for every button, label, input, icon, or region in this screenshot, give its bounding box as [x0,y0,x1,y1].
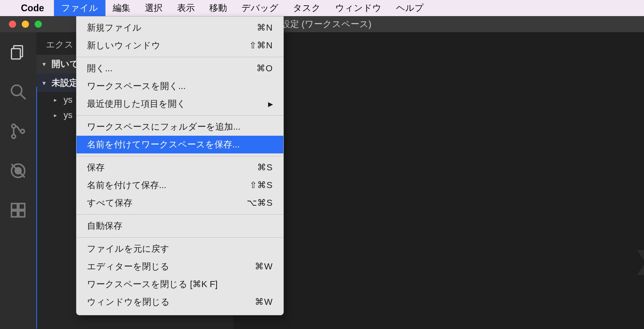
menu-item[interactable]: ワークスペースを開く... [76,77,283,95]
menu-selection[interactable]: 選択 [138,0,170,16]
svg-rect-1 [12,49,21,59]
menu-item-label: ウィンドウを閉じる [87,296,170,308]
menu-view[interactable]: 表示 [170,0,202,16]
svg-rect-13 [19,211,25,217]
watermark-chevron-icon: › [635,238,640,277]
menu-help[interactable]: ヘルプ [389,0,431,16]
menu-item-shortcut: ⌘W [255,297,273,307]
selection-indicator [36,87,37,329]
svg-point-6 [21,129,24,133]
mac-menubar: Code ファイル 編集 選択 表示 移動 デバッグ タスク ウィンドウ ヘルプ [0,0,644,16]
menu-item-shortcut: ⌥⌘S [247,198,273,208]
menu-item-label: 名前を付けて保存... [87,179,166,191]
menu-item[interactable]: エディターを閉じる⌘W [76,258,283,275]
tree-item-label: ys [64,95,72,105]
menu-item-label: すべて保存 [87,197,132,209]
svg-rect-10 [12,204,18,210]
menu-item[interactable]: 最近使用した項目を開く▶ [76,95,283,113]
menu-item[interactable]: 開く...⌘O [76,60,283,77]
close-window-button[interactable] [9,21,16,28]
chevron-down-icon: ▾ [43,61,48,67]
menu-tasks[interactable]: タスク [286,0,328,16]
menu-item-label: 最近使用した項目を開く [87,98,186,110]
menu-item[interactable]: すべて保存⌥⌘S [76,194,283,212]
minimize-window-button[interactable] [22,21,29,28]
menu-item[interactable]: ワークスペースにフォルダーを追加... [76,118,283,136]
menu-item-label: 新しいウィンドウ [87,39,161,52]
svg-point-4 [12,124,15,128]
menu-item-label: ワークスペースにフォルダーを追加... [87,121,240,133]
submenu-arrow-icon: ▶ [268,100,273,108]
menu-item-shortcut: ⌘W [255,261,273,272]
menu-item-label: 保存 [87,161,105,174]
file-menu-dropdown: 新規ファイル⌘N新しいウィンドウ⇧⌘N開く...⌘Oワークスペースを開く...最… [76,16,284,315]
menu-item-shortcut: ⇧⌘S [250,180,273,190]
menu-item-label: ファイルを元に戻す [87,243,169,255]
menu-separator [76,214,283,215]
menu-item-label: 開く... [87,62,112,74]
menu-window[interactable]: ウィンドウ [328,0,389,16]
menu-go[interactable]: 移動 [202,0,234,16]
menu-debug[interactable]: デバッグ [234,0,286,16]
search-icon[interactable] [9,83,27,102]
svg-point-5 [12,134,15,138]
section-label: 未設定 [52,77,78,89]
editor-area: › [233,32,644,329]
activity-bar [0,32,36,329]
window-controls [0,21,42,28]
window-title: 未設定 (ワークスペース) [272,18,372,30]
menu-item-shortcut: ⌘S [257,162,273,173]
chevron-down-icon: ▾ [43,80,48,86]
menu-item-label: ワークスペースを閉じる [⌘K F] [87,278,218,290]
menu-file[interactable]: ファイル [54,0,105,16]
menu-separator [76,156,283,156]
svg-line-3 [21,94,26,99]
explorer-icon[interactable] [9,43,27,63]
menu-separator [76,237,283,238]
extensions-icon[interactable] [9,201,27,221]
section-label: 開いて [52,58,79,70]
menu-item-shortcut: ⌘O [256,63,273,74]
menu-item[interactable]: 新しいウィンドウ⇧⌘N [76,37,283,54]
menu-edit[interactable]: 編集 [105,0,138,16]
menu-item-label: 新規ファイル [87,22,142,34]
menu-item-label: エディターを閉じる [87,261,169,273]
menu-item-label: 自動保存 [87,220,122,232]
svg-rect-12 [19,204,25,210]
menu-separator [76,57,283,57]
menu-item[interactable]: 新規ファイル⌘N [76,19,283,37]
menu-item[interactable]: 名前を付けてワークスペースを保存... [76,136,283,153]
scm-icon[interactable] [9,122,27,142]
menu-item[interactable]: 名前を付けて保存...⇧⌘S [76,176,283,194]
debug-icon[interactable] [9,162,27,181]
menu-item[interactable]: 保存⌘S [76,159,283,176]
svg-rect-11 [12,211,18,217]
menu-item-label: ワークスペースを開く... [87,80,186,92]
svg-point-2 [12,85,22,96]
menu-item[interactable]: ファイルを元に戻す [76,240,283,258]
tree-item-label: ys [64,110,72,120]
chevron-right-icon: ▸ [54,97,60,103]
menu-item[interactable]: ウィンドウを閉じる⌘W [76,293,283,311]
chevron-right-icon: ▸ [54,112,60,118]
app-name[interactable]: Code [21,3,44,14]
menu-item-label: 名前を付けてワークスペースを保存... [87,139,239,151]
menu-item-shortcut: ⇧⌘N [249,40,273,51]
menu-item-shortcut: ⌘N [257,23,273,33]
menu-separator [76,115,283,116]
zoom-window-button[interactable] [35,21,42,28]
menu-item[interactable]: 自動保存 [76,217,283,235]
menu-item[interactable]: ワークスペースを閉じる [⌘K F] [76,275,283,293]
